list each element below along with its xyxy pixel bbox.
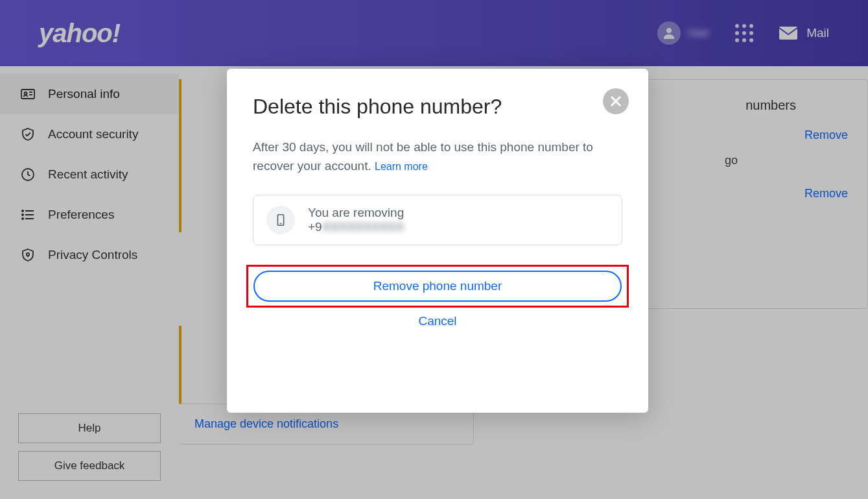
- remove-phone-number-button[interactable]: Remove phone number: [253, 271, 622, 302]
- modal-description: After 30 days, you will not be able to u…: [253, 138, 622, 175]
- cancel-link[interactable]: Cancel: [253, 314, 622, 328]
- close-button[interactable]: [603, 88, 629, 114]
- modal-title: Delete this phone number?: [253, 95, 622, 119]
- phone-prefix: +9: [308, 220, 322, 234]
- learn-more-link[interactable]: Learn more: [375, 161, 428, 172]
- phone-number-masked: XXXXXXXXXX: [322, 220, 405, 234]
- removing-label: You are removing: [308, 206, 404, 220]
- close-icon: [610, 95, 622, 107]
- phone-number-box: You are removing +9 XXXXXXXXXX: [253, 195, 622, 245]
- delete-phone-modal: Delete this phone number? After 30 days,…: [227, 69, 648, 413]
- phone-icon: [266, 206, 295, 234]
- annotation-highlight: Remove phone number: [246, 265, 629, 308]
